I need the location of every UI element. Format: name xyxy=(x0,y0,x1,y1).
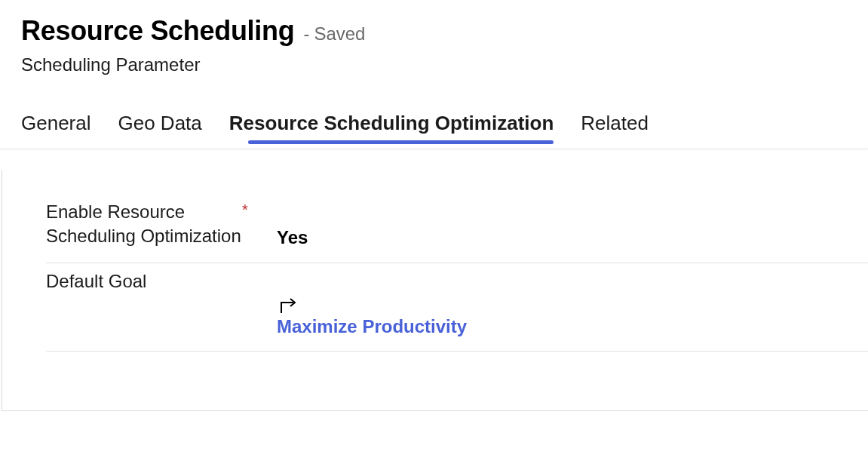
panel-spacer xyxy=(46,352,868,397)
tab-general[interactable]: General xyxy=(21,112,91,143)
form-panel: Enable Resource Scheduling Optimization … xyxy=(2,170,868,411)
flow-arrow-icon xyxy=(277,296,467,316)
entity-type-label: Scheduling Parameter xyxy=(21,54,868,75)
field-enable-rso[interactable]: Enable Resource Scheduling Optimization … xyxy=(46,194,868,263)
tab-list: General Geo Data Resource Scheduling Opt… xyxy=(21,112,868,143)
field-value-enable-rso[interactable]: Yes xyxy=(272,200,308,248)
tab-related[interactable]: Related xyxy=(581,112,649,143)
field-label-default-goal: Default Goal xyxy=(46,269,242,293)
tab-geo-data[interactable]: Geo Data xyxy=(118,112,202,143)
lookup-default-goal[interactable]: Maximize Productivity xyxy=(277,316,467,336)
required-indicator-empty xyxy=(242,269,272,271)
status-separator: - xyxy=(303,23,309,45)
field-default-goal[interactable]: Default Goal Maximize Productivity xyxy=(46,263,868,352)
required-indicator: * xyxy=(242,200,272,219)
tab-resource-scheduling-optimization[interactable]: Resource Scheduling Optimization xyxy=(229,112,554,143)
tab-divider xyxy=(0,147,868,148)
page-title: Resource Scheduling xyxy=(21,15,294,47)
save-status: Saved xyxy=(314,23,365,45)
field-label-enable-rso: Enable Resource Scheduling Optimization xyxy=(46,200,242,249)
header: Resource Scheduling - Saved xyxy=(21,15,868,47)
